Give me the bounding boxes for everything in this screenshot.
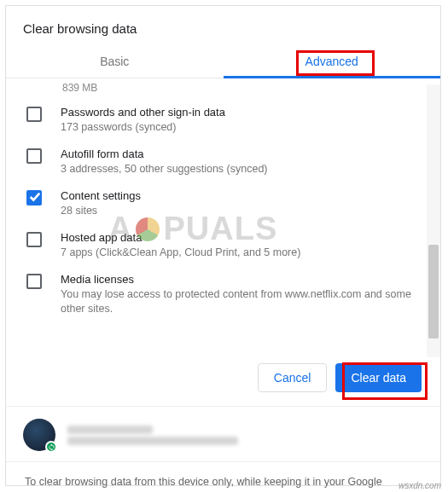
footer-note: To clear browsing data from this device … (6, 462, 440, 492)
option-autofill: Autofill form data 3 addresses, 50 other… (26, 141, 420, 182)
checkbox-passwords[interactable] (26, 107, 42, 122)
option-media-licenses: Media licenses You may lose access to pr… (26, 266, 420, 322)
option-title: Autofill form data (61, 147, 420, 162)
option-title: Hosted app data (61, 230, 420, 246)
check-icon (29, 191, 41, 203)
checkbox-autofill[interactable] (26, 148, 42, 164)
option-passwords: Passwords and other sign-in data 173 pas… (26, 99, 420, 141)
option-sub: You may lose access to protected content… (61, 287, 420, 316)
option-hosted-app-data: Hosted app data 7 apps (Click&Clean App,… (26, 224, 420, 266)
dialog-buttons: Cancel Clear data (6, 351, 440, 407)
option-sub: 173 passwords (synced) (61, 120, 420, 135)
clear-browsing-dialog: Clear browsing data Basic Advanced 839 M… (5, 5, 441, 486)
option-sub: 7 apps (Click&Clean App, Cloud Print, an… (61, 246, 420, 260)
option-sub: 28 sites (61, 204, 420, 218)
sync-badge-icon (45, 441, 57, 453)
account-row (6, 407, 440, 462)
account-email-blurred (67, 437, 238, 445)
account-name-blurred (67, 425, 153, 434)
footer-text: To clear browsing data from this device … (25, 476, 382, 492)
source-attribution: wsxdn.com (399, 481, 441, 490)
tab-basic[interactable]: Basic (6, 44, 224, 78)
tab-bar: Basic Advanced (6, 44, 440, 78)
options-list: 839 MB Passwords and other sign-in data … (6, 78, 440, 351)
option-title: Content settings (61, 188, 420, 204)
tab-advanced[interactable]: Advanced (224, 44, 441, 78)
option-title: Passwords and other sign-in data (61, 105, 420, 120)
checkbox-content-settings[interactable] (26, 190, 42, 205)
clear-data-button[interactable]: Clear data (335, 363, 422, 392)
dialog-header: Clear browsing data (6, 6, 440, 44)
avatar (23, 419, 55, 451)
dialog-title: Clear browsing data (23, 21, 423, 36)
option-content-settings: Content settings 28 sites (26, 182, 420, 224)
truncated-prev-item: 839 MB (26, 82, 420, 94)
option-title: Media licenses (61, 272, 420, 287)
cancel-button[interactable]: Cancel (258, 363, 328, 392)
option-sub: 3 addresses, 50 other suggestions (synce… (61, 162, 420, 177)
account-info-redacted (67, 423, 238, 448)
checkbox-hosted-app[interactable] (26, 232, 42, 247)
checkbox-media-licenses[interactable] (26, 274, 42, 289)
